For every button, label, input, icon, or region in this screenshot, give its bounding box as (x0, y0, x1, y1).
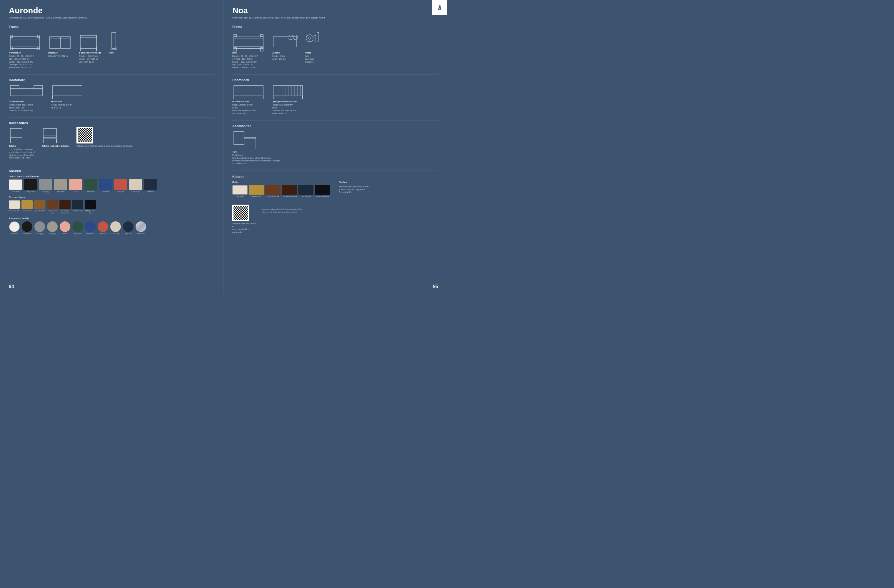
spec-title-dicht: Dicht hoofdbord (232, 100, 256, 103)
noa-beit-swatch-item: Dark blue oak (298, 185, 314, 198)
auronde-1persoons-block: 1-persoons verhoogd Breedte 90 / 100 cmL… (79, 31, 102, 63)
swatch-label: Night blue (147, 191, 154, 193)
svg-rect-59 (234, 131, 244, 145)
swatch-label: Dusty red (100, 233, 106, 235)
svg-rect-11 (80, 35, 97, 48)
auronde-alu-swatches: Pure whiteDeep blackCool greyWarm greyBl… (9, 222, 214, 235)
swatch-label: Dark blue oak (72, 210, 83, 212)
svg-rect-34 (261, 48, 263, 51)
auronde-hoofdbord-label: Hoofdbord (9, 77, 214, 82)
spec-title-tafeltje: Tafeltje (9, 145, 35, 147)
noa-beit-swatch-item: Chocolate brown oak (282, 185, 297, 198)
noa-tafel-block: Tafel 53 bij 36 cm.In horizontale stand … (232, 130, 280, 165)
noa-stoffen-title: Stoffen (339, 181, 369, 184)
noa-beit-swatch-item: Coffee brown oak (265, 185, 281, 198)
swatch-label: Deep black (23, 233, 31, 235)
noa-daybed-block: Daybed Breedte 90 cmLengte 210 cm (272, 31, 298, 60)
swatch-color (98, 222, 108, 232)
auronde-achterelement-specs: Achterelement Oversteek aan beide kanten… (9, 100, 33, 112)
swatch-label: Soft white oak (9, 210, 20, 212)
swatch-color (22, 222, 32, 232)
svg-rect-44 (234, 86, 263, 96)
auronde-frame-label: Frame (9, 24, 214, 29)
noa-stoffen-text: Het daybed kan gestoffeerd worden in de … (339, 185, 369, 193)
auronde-tafeltje-block: Tafeltje Is verschuifbaar en daardoorte … (9, 127, 35, 159)
noa-stoffen-column: Stoffen Het daybed kan gestoffeerd worde… (339, 181, 369, 199)
alu-swatch-item: Deep black (21, 222, 33, 235)
beits-swatch-item: Natural oak (21, 200, 33, 214)
auronde-hoofdbord-specs: Hoofdbord Hoogte vanaf de grond**68 of 7… (51, 100, 72, 109)
alu-swatch-item: Pine green (72, 222, 83, 235)
auronde-achterelement-block: Achterelement Oversteek aan beide kanten… (9, 84, 44, 112)
noa-qr-block: Stel jouw eigen Noa samen in onze droomb… (232, 205, 256, 234)
noa-dicht-specs: Dicht hoofdbord Hoogte vanaf de grond**8… (232, 100, 256, 115)
noa-beits-swatches: Soft whiteBalanced oakCoffee brown oakCh… (232, 185, 330, 198)
auronde-tafeltje-svg (9, 127, 29, 145)
auronde-qr-inner (78, 128, 92, 142)
svg-rect-17 (10, 89, 43, 96)
noa-hoofdbord-label: Hoofdbord (232, 77, 438, 82)
swatch-label: Cool grey (36, 233, 43, 235)
noa-accessoires-section: Accessoires Tafel 53 bij 36 cm.In horizo… (232, 123, 438, 165)
alu-swatch-item: Warm grey (47, 222, 58, 235)
alu-swatch-item: Royal blue (85, 222, 96, 235)
auronde-poot-block: Poot (109, 31, 118, 55)
swatch-label: Royal blue (102, 191, 109, 193)
swatch-color (9, 200, 20, 209)
auronde-title: Auronde (9, 6, 214, 15)
spec-title-afmetingen: Afmetingen (9, 51, 33, 54)
noa-tafel-svg (232, 130, 259, 151)
swatch-color (265, 185, 281, 194)
beits-swatch-item: Chocolate brown oak (59, 200, 71, 214)
swatch-label: Chocolate brown oak (282, 196, 297, 198)
spec-title-open: Opengewerkt hoofdbord (272, 100, 297, 103)
noa-title: Noa (232, 6, 438, 15)
noa-divider-1 (232, 74, 438, 75)
noa-accessoires-content: Tafel 53 bij 36 cm.In horizontale stand … (232, 130, 438, 165)
swatch-label: Pure white (12, 191, 20, 193)
spec-title-daybed: Daybed (272, 51, 285, 54)
auronde-1persoons-svg (79, 31, 102, 51)
swatch-color (315, 185, 330, 194)
noa-note-2: **gemeten bij de laagste variant van het… (262, 211, 302, 213)
svg-rect-0 (10, 37, 40, 48)
divider-3 (9, 164, 214, 165)
noa-divider-3 (232, 170, 438, 171)
alu-swatch-item: Pure white (9, 222, 20, 235)
swatch-label: Blush (63, 233, 67, 235)
svg-rect-6 (37, 35, 40, 37)
noa-beits-column: Beits Soft whiteBalanced oakCoffee brown… (232, 181, 330, 199)
svg-rect-9 (50, 37, 60, 39)
alu-swatch-item: Cool grey (34, 222, 45, 235)
swatch-color (85, 222, 95, 232)
swatch-label: Cool grey (42, 191, 49, 193)
swatch-label: Pine green (74, 233, 82, 235)
auronde-tafeltje-opberg-svg (42, 127, 65, 145)
alu-swatch-item: Blush (59, 222, 71, 235)
beits-swatch-item: Dark blue oak (72, 200, 83, 214)
noa-open-svg (272, 84, 304, 100)
svg-rect-30 (234, 36, 263, 48)
spec-title-hout: Hout (232, 51, 258, 54)
spec-title-tafel: Tafel (232, 151, 280, 153)
swatch-color (24, 179, 37, 190)
noa-daybed-specs: Daybed Breedte 90 cmLengte 210 cm (272, 51, 285, 60)
noa-hout-specs: Hout Breedte 80 / 90 / 100 / 120 /140 / … (232, 51, 258, 69)
svg-point-41 (308, 37, 311, 39)
swatch-color (39, 179, 52, 190)
noa-kleuren-label: Kleuren (232, 174, 438, 178)
auronde-1persoons-specs: 1-persoons verhoogd Breedte 90 / 100 cmL… (79, 51, 101, 63)
spec-title-hoofdbord-item: Hoofdbord (51, 100, 72, 103)
noa-open-specs: Opengewerkt hoofdbord Hoogte vanaf de gr… (272, 100, 297, 115)
swatch-label: Soft white (236, 196, 243, 198)
svg-rect-31 (234, 36, 263, 39)
swatch-label: Midnight black oak (316, 196, 329, 198)
svg-rect-32 (234, 47, 263, 48)
auronde-poot-svg (109, 31, 118, 51)
spec-title-deelbaar: Deelbaar (48, 51, 68, 54)
swatch-color (69, 179, 82, 190)
auronde-accessoires-section: Accessoires Tafeltje Is verschuifbaar en… (9, 120, 214, 159)
swatch-color (59, 200, 71, 209)
swatch-color (21, 200, 33, 209)
svg-rect-5 (10, 35, 13, 37)
